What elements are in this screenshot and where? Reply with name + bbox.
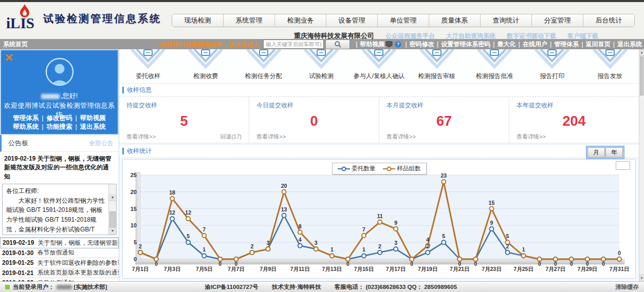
- workflow-step-9[interactable]: 报告发放: [581, 49, 639, 83]
- nav-tab-quality[interactable]: 质量体系: [429, 14, 480, 27]
- scroll-thumb[interactable]: [109, 211, 116, 228]
- workflow-step-7[interactable]: 检测报告批准: [466, 49, 523, 83]
- toolbar-link-change-password[interactable]: 密码修改: [410, 40, 434, 49]
- user-link-help-video[interactable]: 帮助视频: [80, 114, 106, 122]
- svg-text:7月7日: 7月7日: [228, 266, 245, 272]
- toolbar-link-back-home[interactable]: 返回首页: [586, 40, 611, 49]
- nav-tab-query-stats[interactable]: 查询统计: [480, 14, 531, 27]
- svg-text:0: 0: [554, 261, 557, 267]
- svg-text:2: 2: [426, 243, 429, 249]
- workflow-step-1[interactable]: 委托收样: [119, 49, 177, 83]
- svg-text:?: ?: [397, 42, 399, 47]
- toolbar-link-maximize[interactable]: 最大化: [498, 40, 516, 49]
- svg-text:23: 23: [440, 172, 447, 179]
- nav-tab-field-test[interactable]: 现场检测: [172, 14, 223, 27]
- separator: [437, 41, 438, 48]
- workflow-step-5[interactable]: 参与人/复核人确认: [350, 49, 408, 83]
- user-link-logout[interactable]: 退出系统: [80, 123, 106, 130]
- nav-tab-equipment[interactable]: 设备管理: [326, 14, 377, 27]
- toggle-month-button[interactable]: 月: [587, 147, 605, 158]
- toggle-year-button[interactable]: 年: [605, 147, 623, 158]
- toolbar-link-logout[interactable]: 退出系统: [617, 40, 642, 49]
- workflow-step-8[interactable]: 报告打印: [523, 49, 581, 83]
- main-scrollbar[interactable]: ▲ ▼: [639, 49, 644, 281]
- workflow-step-icon: [474, 49, 515, 71]
- notice-headline[interactable]: 2019-02-19 关于型钢，钢板，无缝钢管新规范发版及对应的一些信息优化的通…: [0, 152, 119, 183]
- view-detail-link[interactable]: 查看详情>>: [517, 133, 546, 141]
- clear-cache-button[interactable]: 清除缓存: [615, 283, 639, 291]
- svg-text:2: 2: [378, 243, 381, 249]
- all-notices-link[interactable]: 全部公告: [89, 139, 114, 148]
- notice-row[interactable]: 2019-01-30春节放假通知: [0, 248, 119, 259]
- user-link-qms[interactable]: 管理体系: [13, 114, 39, 122]
- svg-text:2: 2: [506, 243, 509, 249]
- separator: [581, 41, 583, 48]
- svg-text:10: 10: [131, 222, 137, 228]
- nav-tab-room-mgmt[interactable]: 分室管理: [531, 14, 583, 27]
- home-breadcrumb[interactable]: 系统首页: [3, 40, 28, 49]
- board-header: 公告板 全部公告: [0, 135, 119, 152]
- svg-text:7月21日: 7月21日: [450, 266, 470, 272]
- svg-text:0: 0: [235, 261, 238, 267]
- notice-row[interactable]: 2019-01-25关于软件回退收样删除的参数试验数据: [0, 258, 119, 268]
- toolbar-link-set-qms-password[interactable]: 设置管理体系密码: [441, 40, 490, 49]
- period-toggle: 月 年: [586, 146, 624, 159]
- toolbar-link-online-users[interactable]: 在线用户: [523, 40, 547, 49]
- notice-row[interactable]: 2019-01-21系统首页新版本更新发版的通知: [0, 268, 119, 279]
- notice-row[interactable]: 2019-02-19关于型钢，钢板，无缝钢管新规范发版: [0, 238, 119, 248]
- toolbar-link-qms[interactable]: 管理体系: [554, 40, 579, 49]
- user-link-function-search[interactable]: 功能搜索: [47, 123, 72, 130]
- rollback-link[interactable]: 回退(17): [220, 133, 242, 141]
- scroll-up-icon[interactable]: ▲: [109, 194, 116, 201]
- nav-tab-system-mgmt[interactable]: 系统管理: [223, 14, 274, 27]
- svg-text:1: 1: [522, 246, 525, 252]
- video-icon[interactable]: [385, 41, 393, 47]
- stat-value: 67: [387, 110, 502, 133]
- view-detail-link[interactable]: 查看详情>>: [126, 133, 156, 141]
- user-link-help-system[interactable]: 帮助系统: [13, 123, 39, 130]
- svg-text:4: 4: [299, 237, 302, 243]
- scroll-down-icon[interactable]: ▼: [109, 227, 116, 235]
- workflow-step-label: 报告发放: [598, 72, 622, 81]
- svg-text:7月1日: 7月1日: [132, 266, 149, 272]
- workflow-step-label: 检测报告批准: [476, 72, 513, 81]
- toolbar-link-help-video[interactable]: 帮助视频: [360, 40, 384, 49]
- task-alert-link[interactable]: 当前有21份在检测任务，请点击进入: [160, 40, 259, 49]
- workflow-step-3[interactable]: 检测任务分配: [235, 49, 292, 83]
- svg-text:7月29日: 7月29日: [578, 266, 598, 272]
- nav-tab-backend-stats[interactable]: 后台统计: [583, 14, 634, 27]
- svg-text:7月25日: 7月25日: [513, 266, 533, 272]
- workflow-step-label: 检测任务分配: [245, 72, 282, 81]
- svg-text:7月9日: 7月9日: [260, 266, 277, 272]
- workflow-step-6[interactable]: 检测报告审核: [408, 49, 466, 83]
- view-detail-link[interactable]: 查看详情>>: [387, 133, 416, 141]
- user-link-change-password[interactable]: 修改密码: [47, 114, 72, 122]
- scroll-thumb[interactable]: [640, 56, 643, 95]
- svg-text:0: 0: [474, 261, 477, 267]
- svg-text:0: 0: [346, 261, 349, 267]
- workflow-step-4[interactable]: 试验检测: [292, 49, 350, 83]
- nav-tab-test-business[interactable]: 检测业务: [274, 14, 326, 27]
- page-title: 试验检测管理信息系统: [43, 12, 161, 26]
- legend-item-samples[interactable]: 样品组数: [383, 165, 421, 172]
- separator: [519, 41, 520, 48]
- workflow-step-icon: [243, 49, 284, 71]
- help-circle-icon[interactable]: ?: [395, 41, 401, 48]
- svg-text:13: 13: [281, 206, 287, 212]
- workflow-step-icon: [590, 49, 631, 71]
- scroll-up-icon[interactable]: ▲: [639, 49, 644, 56]
- view-detail-link[interactable]: 查看详情>>: [256, 133, 286, 141]
- search-input[interactable]: [263, 40, 324, 49]
- close-icon[interactable]: [6, 54, 13, 61]
- workflow-step-label: 参与人/复核人确认: [354, 72, 404, 81]
- separator: [613, 41, 615, 48]
- scroll-down-icon[interactable]: ▼: [639, 275, 644, 281]
- legend-item-entrust[interactable]: 委托数量: [338, 165, 376, 172]
- svg-text:8: 8: [299, 223, 302, 229]
- notice-scrollbar[interactable]: ▲ ▼: [108, 184, 116, 235]
- search-button[interactable]: [325, 40, 350, 49]
- app-header: iLIS 试验检测管理信息系统 现场检测 系统管理 检测业务 设备管理 单位管理…: [0, 2, 644, 40]
- stat-card-year: 本年提交收样 204 查看详情>>: [509, 97, 639, 143]
- workflow-step-2[interactable]: 检测收费: [177, 49, 234, 83]
- nav-tab-org-mgmt[interactable]: 单位管理: [377, 14, 429, 27]
